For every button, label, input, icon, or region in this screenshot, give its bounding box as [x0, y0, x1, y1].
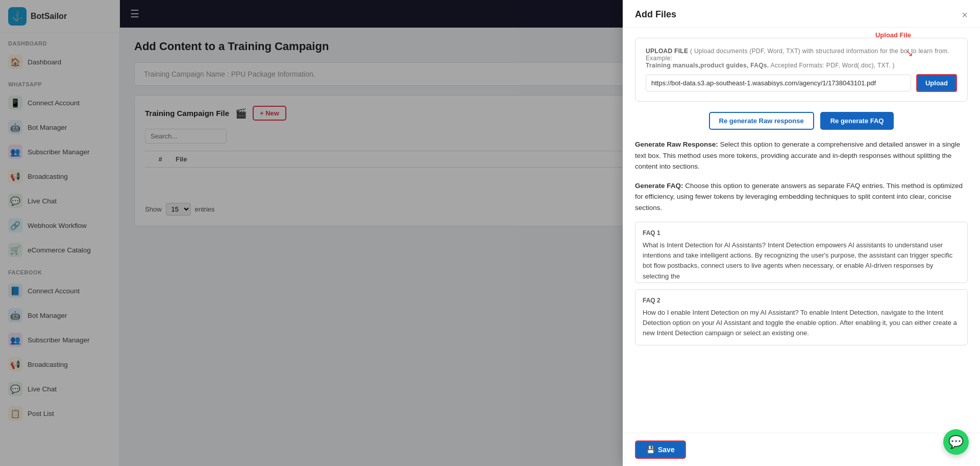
file-url-input[interactable]: [646, 75, 911, 91]
modal-close-button[interactable]: ×: [962, 10, 968, 20]
desc-raw-label: Generate Raw Response:: [635, 141, 718, 148]
upload-file-label: Upload File: [875, 31, 911, 39]
upload-desc3: Accepted Formats: PDF, Word(.doc), TXT. …: [770, 62, 894, 69]
upload-arrow: ↘: [905, 48, 913, 59]
upload-section: Upload File ↘ UPLOAD FILE ( Upload docum…: [635, 38, 968, 102]
save-label: Save: [658, 446, 675, 454]
fab-icon: 💬: [948, 435, 964, 449]
save-icon: 💾: [646, 446, 655, 454]
action-buttons: Re generate Raw response Re generate FAQ: [635, 112, 968, 130]
faq-box-2: FAQ 2 How do I enable Intent Detection o…: [635, 289, 968, 345]
modal-footer: 💾 Save: [623, 433, 980, 466]
upload-file-row: Upload: [646, 74, 957, 92]
regen-faq-button[interactable]: Re generate FAQ: [820, 112, 894, 130]
modal-header: Add Files ×: [623, 0, 980, 28]
save-button[interactable]: 💾 Save: [635, 440, 686, 459]
modal-title: Add Files: [635, 9, 676, 20]
desc-faq-label: Generate FAQ:: [635, 182, 683, 190]
faq-2-text: How do I enable Intent Detection on my A…: [643, 308, 960, 338]
faq-2-num: FAQ 2: [643, 296, 960, 306]
desc-faq-text: Choose this option to generate answers a…: [635, 182, 963, 212]
upload-desc-text: ( Upload documents (PDF, Word, TXT) with…: [646, 48, 949, 69]
whatsapp-fab[interactable]: 💬: [943, 429, 969, 455]
desc-raw: Generate Raw Response: Select this optio…: [635, 139, 968, 172]
faq-1-num: FAQ 1: [643, 228, 960, 238]
faq-1-text: What is Intent Detection for AI Assistan…: [643, 240, 960, 282]
add-files-modal: Add Files × Upload File ↘ UPLOAD FILE ( …: [623, 0, 980, 466]
desc-faq: Generate FAQ: Choose this option to gene…: [635, 180, 968, 214]
faq-box-1: FAQ 1 What is Intent Detection for AI As…: [635, 222, 968, 283]
upload-desc2: Training manuals,product guides, FAQs.: [646, 62, 769, 69]
upload-button[interactable]: Upload: [916, 74, 957, 92]
modal-body: Upload File ↘ UPLOAD FILE ( Upload docum…: [623, 28, 980, 433]
regen-raw-button[interactable]: Re generate Raw response: [709, 112, 814, 130]
